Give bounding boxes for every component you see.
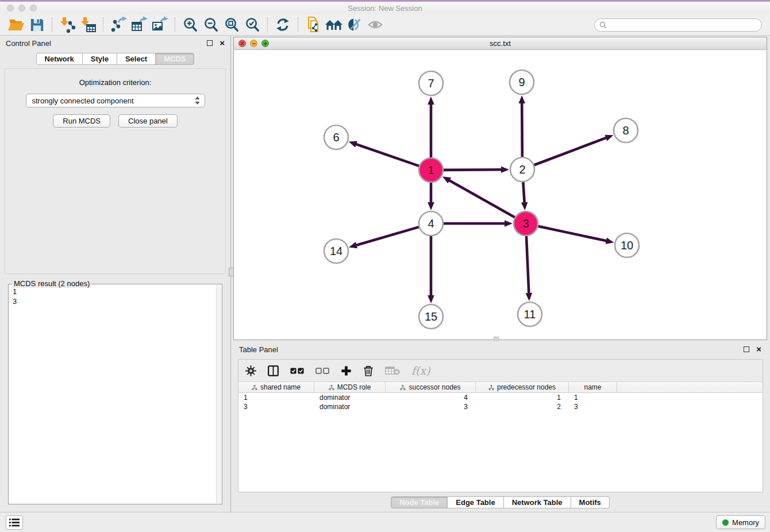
close-panel-icon[interactable]: × xyxy=(220,40,225,46)
table-row[interactable]: 1dominator411 xyxy=(238,393,763,402)
column-header-predecessor-nodes[interactable]: predecessor nodes xyxy=(476,382,569,392)
task-history-button[interactable] xyxy=(6,515,23,530)
search-input[interactable] xyxy=(610,21,757,29)
zoom-fit-icon xyxy=(224,17,240,33)
tab-node-table[interactable]: Node Table xyxy=(391,496,448,508)
delete-button[interactable] xyxy=(363,363,374,379)
column-header-MCDS-role[interactable]: MCDS role xyxy=(314,382,386,392)
horizontal-splitter-handle[interactable] xyxy=(494,337,499,341)
float-table-panel-icon[interactable] xyxy=(744,346,749,352)
add-button[interactable] xyxy=(341,363,352,379)
optimization-criterion-select[interactable]: strongly connected component xyxy=(26,94,205,107)
save-session-button[interactable] xyxy=(26,16,47,34)
graph-node-3[interactable]: 3 xyxy=(514,211,538,236)
annotations-button[interactable] xyxy=(344,16,365,34)
node-label: 3 xyxy=(522,217,529,230)
gear-button[interactable] xyxy=(245,363,256,379)
chevron-updown-icon xyxy=(195,97,200,105)
edge-2-8[interactable] xyxy=(534,137,607,165)
column-header-shared-name[interactable]: shared name xyxy=(238,382,314,392)
clone-network-icon xyxy=(305,16,322,33)
tab-mcds[interactable]: MCDS xyxy=(156,53,194,65)
graph-node-2[interactable]: 2 xyxy=(510,157,534,182)
tab-network[interactable]: Network xyxy=(36,53,83,65)
export-image-button[interactable] xyxy=(149,16,170,34)
toolbar-separator xyxy=(267,17,268,32)
edge-3-10[interactable] xyxy=(538,226,607,241)
node-label: 15 xyxy=(425,310,437,323)
graph-node-6[interactable]: 6 xyxy=(324,125,348,149)
add-icon xyxy=(341,365,352,376)
float-panel-icon[interactable] xyxy=(207,40,213,46)
arrowhead-icon xyxy=(526,293,533,301)
edge-2-9[interactable] xyxy=(522,102,522,157)
search-field[interactable] xyxy=(594,18,762,32)
graph-node-4[interactable]: 4 xyxy=(419,211,443,236)
home-button[interactable] xyxy=(324,16,344,34)
column-header-successor-nodes[interactable]: successor nodes xyxy=(386,382,476,392)
columns-button[interactable] xyxy=(268,363,279,379)
table-row[interactable]: 3dominator323 xyxy=(238,402,763,411)
close-panel-button[interactable]: Close panel xyxy=(118,114,178,128)
open-session-button[interactable] xyxy=(6,16,26,34)
network-window-titlebar[interactable]: scc.txt xyxy=(234,37,767,50)
deselect-all-button[interactable] xyxy=(315,363,329,379)
edge-1-6[interactable] xyxy=(355,144,419,165)
tab-select[interactable]: Select xyxy=(117,53,156,65)
edge-3-11[interactable] xyxy=(526,236,529,294)
statusbar: Memory xyxy=(0,512,770,532)
maximize-network-icon[interactable] xyxy=(261,40,269,47)
toolbar-separator xyxy=(175,17,175,32)
table-panel: Table Panel × xyxy=(233,342,767,512)
graph-node-10[interactable]: 10 xyxy=(615,233,639,257)
mcds-result-scrollbar[interactable] xyxy=(216,285,221,503)
delete-table-button[interactable] xyxy=(385,363,400,379)
cell-name: 1 xyxy=(569,393,617,402)
export-network-button[interactable] xyxy=(108,16,129,34)
zoom-out-button[interactable] xyxy=(201,16,221,34)
tab-style[interactable]: Style xyxy=(83,53,117,65)
close-network-icon[interactable] xyxy=(238,40,246,47)
graph-node-15[interactable]: 15 xyxy=(419,304,443,329)
graph-node-9[interactable]: 9 xyxy=(510,70,534,94)
cell-MCDS-role: dominator xyxy=(314,402,386,411)
import-table-icon xyxy=(79,16,97,33)
column-label: shared name xyxy=(260,383,301,391)
network-canvas[interactable]: 7968124314101511 xyxy=(234,50,767,340)
table-panel-title: Table Panel xyxy=(239,345,744,354)
delete-icon xyxy=(363,365,374,377)
arrowhead-icon xyxy=(428,97,434,105)
close-table-panel-icon[interactable]: × xyxy=(756,346,761,352)
cell-shared-name: 3 xyxy=(238,402,314,411)
refresh-button[interactable] xyxy=(272,16,293,34)
import-table-button[interactable] xyxy=(78,16,98,34)
edge-1-2[interactable] xyxy=(444,169,502,170)
minimize-network-icon[interactable] xyxy=(250,40,257,47)
export-table-button[interactable] xyxy=(129,16,149,34)
zoom-selected-button[interactable] xyxy=(242,16,263,34)
edge-4-14[interactable] xyxy=(356,227,419,245)
edge-2-3[interactable] xyxy=(523,182,524,203)
mcds-result-text[interactable]: 1 3 xyxy=(13,287,215,503)
column-header-name[interactable]: name xyxy=(569,382,617,392)
graph-node-1[interactable]: 1 xyxy=(419,158,443,182)
eye-button[interactable] xyxy=(365,16,386,34)
select-all-button[interactable] xyxy=(290,363,304,379)
function-builder-button[interactable]: f(x) xyxy=(411,363,430,379)
tab-motifs[interactable]: Motifs xyxy=(571,496,610,508)
graph-node-14[interactable]: 14 xyxy=(324,239,348,263)
graph-node-7[interactable]: 7 xyxy=(419,71,443,95)
run-mcds-button[interactable]: Run MCDS xyxy=(53,114,110,128)
edge-3-1[interactable] xyxy=(448,180,514,217)
import-network-button[interactable] xyxy=(57,16,78,34)
graph-node-11[interactable]: 11 xyxy=(518,302,542,326)
zoom-in-button[interactable] xyxy=(180,16,201,34)
tab-edge-table[interactable]: Edge Table xyxy=(448,496,503,508)
tab-network-table[interactable]: Network Table xyxy=(504,496,571,508)
zoom-fit-button[interactable] xyxy=(221,16,242,34)
clone-network-button[interactable] xyxy=(303,16,324,34)
graph-node-8[interactable]: 8 xyxy=(614,118,638,142)
zoom-in-icon xyxy=(182,17,199,33)
memory-button[interactable]: Memory xyxy=(716,515,765,529)
export-network-icon xyxy=(110,16,127,33)
